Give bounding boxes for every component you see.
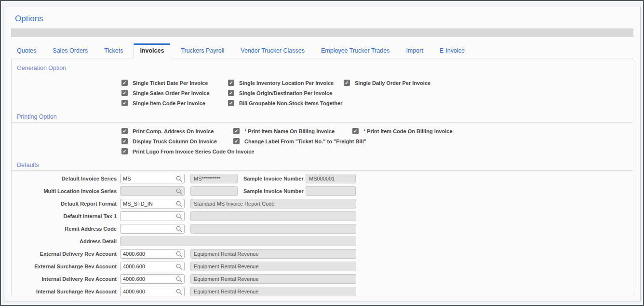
- checkbox-label: Bill Groupable Non-Stock Items Together: [239, 100, 342, 106]
- form-row: Internal Delivery Rev Account4000.600Equ…: [12, 274, 633, 284]
- tab-vendor-trucker-classes[interactable]: Vendor Trucker Classes: [235, 44, 310, 58]
- checkbox-cell: Single Origin/Destination Per Invoice: [228, 90, 344, 96]
- checkbox-print-item-code-on-billing-invoice[interactable]: [352, 128, 359, 134]
- checkbox-cell: * Print Item Name On Billing Invoice: [233, 128, 352, 134]
- checkbox-cell: Bill Groupable Non-Stock Items Together: [228, 100, 344, 106]
- multi-location-invoice-series-input[interactable]: [120, 186, 185, 196]
- default-report-format-description: Standard MS Invoice Report Code: [190, 199, 356, 209]
- section-header-defaults: Defaults: [12, 156, 633, 168]
- search-icon[interactable]: [176, 276, 182, 282]
- default-report-format-label: Default Report Format: [12, 201, 120, 207]
- checkbox-single-inventory-location-per-invoice[interactable]: [228, 80, 234, 86]
- checkbox-label: Single Sales Order Per Invoice: [133, 90, 210, 96]
- form-row: Default Internal Tax 1: [12, 211, 633, 221]
- external-delivery-rev-account-description: Equipment Rental Revenue: [190, 249, 356, 259]
- external-surcharge-rev-account-input[interactable]: 4000.600: [120, 262, 185, 271]
- sample-invoice-number-field: [306, 186, 356, 196]
- checkbox-label: Single Daily Order Per Invoice: [355, 80, 430, 86]
- tab-truckers-payroll[interactable]: Truckers Payroll: [175, 44, 230, 58]
- search-icon[interactable]: [176, 201, 182, 207]
- checkbox-cell: Change Label From "Ticket No." to "Freig…: [233, 138, 352, 144]
- tab-invoices[interactable]: Invoices: [134, 43, 170, 58]
- form-row: Internal Surcharge Rev Account4000.600Eq…: [12, 287, 633, 296]
- section-divider: [12, 170, 633, 171]
- checkbox-row: Display Truck Column On InvoiceChange La…: [12, 136, 633, 146]
- checkbox-cell: Single Inventory Location Per Invoice: [228, 80, 344, 86]
- checkbox-print-logo-from-invoice-series-code-on-invoice[interactable]: [121, 148, 128, 154]
- search-icon[interactable]: [176, 176, 182, 182]
- sample-invoice-number-field: MS000001: [306, 174, 356, 183]
- checkbox-single-origin-destination-per-invoice[interactable]: [228, 90, 234, 96]
- address-detail-field: [120, 236, 356, 246]
- toolbar-placeholder: [11, 28, 633, 37]
- checkbox-print-item-name-on-billing-invoice[interactable]: [233, 128, 240, 134]
- checkbox-row: Print Logo From Invoice Series Code On I…: [12, 146, 633, 156]
- checkbox-single-sales-order-per-invoice[interactable]: [121, 90, 128, 96]
- search-icon[interactable]: [176, 188, 182, 195]
- form-row: Default Invoice SeriesMSMS*********Sampl…: [12, 174, 633, 183]
- internal-surcharge-rev-account-label: Internal Surcharge Rev Account: [12, 289, 120, 294]
- search-icon[interactable]: [176, 289, 182, 295]
- checkbox-cell: Display Truck Column On Invoice: [121, 138, 233, 144]
- window-frame: Options QuotesSales OrdersTicketsInvoice…: [0, 0, 644, 306]
- form-row: Remit Address Code: [12, 224, 633, 234]
- checkbox-print-comp-address-on-invoice[interactable]: [121, 128, 128, 134]
- internal-delivery-rev-account-label: Internal Delivery Rev Account: [12, 276, 120, 282]
- internal-delivery-rev-account-input[interactable]: 4000.600: [120, 274, 185, 284]
- tab-bar: QuotesSales OrdersTicketsInvoicesTrucker…: [11, 43, 633, 58]
- default-invoice-series-input[interactable]: MS: [120, 174, 185, 183]
- remit-address-code-description: [190, 224, 356, 234]
- external-delivery-rev-account-label: External Delivery Rev Account: [12, 251, 120, 257]
- search-icon[interactable]: [176, 264, 182, 270]
- internal-delivery-rev-account-description: Equipment Rental Revenue: [190, 274, 356, 284]
- checkbox-label: Display Truck Column On Invoice: [133, 139, 217, 144]
- checkbox-row: Single Ticket Date Per InvoiceSingle Inv…: [12, 78, 633, 88]
- required-marker: *: [244, 128, 248, 134]
- checkbox-bill-groupable-non-stock-items-together[interactable]: [228, 100, 234, 106]
- input-value: 4000.600: [123, 251, 176, 257]
- checkbox-single-daily-order-per-invoice[interactable]: [344, 80, 350, 86]
- checkbox-single-item-code-per-invoice[interactable]: [121, 100, 128, 106]
- default-internal-tax-1-description: [190, 211, 356, 221]
- checkbox-change-label-from-ticket-no-to-freight-bill[interactable]: [233, 138, 240, 144]
- external-surcharge-rev-account-description: Equipment Rental Revenue: [190, 262, 356, 271]
- default-internal-tax-1-input[interactable]: [120, 211, 185, 221]
- tab-import[interactable]: Import: [400, 44, 429, 58]
- search-icon[interactable]: [176, 213, 182, 220]
- checkbox-row: Single Sales Order Per InvoiceSingle Ori…: [12, 88, 633, 98]
- form-row: External Delivery Rev Account4000.600Equ…: [12, 249, 633, 259]
- invoices-tab-content: Generation Option Single Ticket Date Per…: [11, 58, 633, 296]
- checkbox-label: Print Logo From Invoice Series Code On I…: [133, 149, 254, 154]
- tab-employee-trucker-trades[interactable]: Employee Trucker Trades: [315, 44, 395, 58]
- internal-surcharge-rev-account-input[interactable]: 4000.600: [120, 287, 185, 296]
- search-icon[interactable]: [176, 251, 182, 257]
- input-value: MS_STD_IN: [123, 201, 176, 207]
- tab-sales-orders[interactable]: Sales Orders: [47, 44, 94, 58]
- remit-address-code-label: Remit Address Code: [12, 226, 120, 232]
- input-value: 4000.600: [123, 289, 176, 294]
- checkbox-label: * Print Item Code On Billing Invoice: [363, 128, 453, 134]
- default-invoice-series-label: Default Invoice Series: [12, 176, 120, 181]
- tab-e-invoice[interactable]: E-Invoice: [434, 44, 470, 58]
- external-surcharge-rev-account-label: External Surcharge Rev Account: [12, 264, 120, 269]
- form-row: Default Report FormatMS_STD_INStandard M…: [12, 199, 633, 209]
- page-title: Options: [15, 14, 634, 24]
- external-delivery-rev-account-input[interactable]: 4000.600: [120, 249, 185, 259]
- checkbox-display-truck-column-on-invoice[interactable]: [121, 138, 128, 144]
- form-row: Multi Location Invoice SeriesSample Invo…: [12, 186, 633, 196]
- checkbox-label: Single Inventory Location Per Invoice: [239, 80, 334, 86]
- checkbox-cell: * Print Item Code On Billing Invoice: [352, 128, 633, 134]
- internal-surcharge-rev-account-description: Equipment Rental Revenue: [190, 287, 356, 296]
- input-value: 4000.600: [123, 276, 176, 282]
- checkbox-single-ticket-date-per-invoice[interactable]: [121, 80, 128, 86]
- input-value: MS: [123, 176, 176, 181]
- default-internal-tax-1-label: Default Internal Tax 1: [12, 213, 120, 219]
- tab-tickets[interactable]: Tickets: [98, 44, 129, 58]
- required-marker: *: [363, 128, 367, 134]
- default-report-format-input[interactable]: MS_STD_IN: [120, 199, 185, 209]
- remit-address-code-input[interactable]: [120, 224, 185, 234]
- search-icon[interactable]: [176, 226, 182, 232]
- tab-quotes[interactable]: Quotes: [11, 44, 42, 58]
- section-header-printing-option: Printing Option: [12, 108, 633, 120]
- checkbox-row: Print Comp. Address On Invoice* Print It…: [12, 126, 633, 136]
